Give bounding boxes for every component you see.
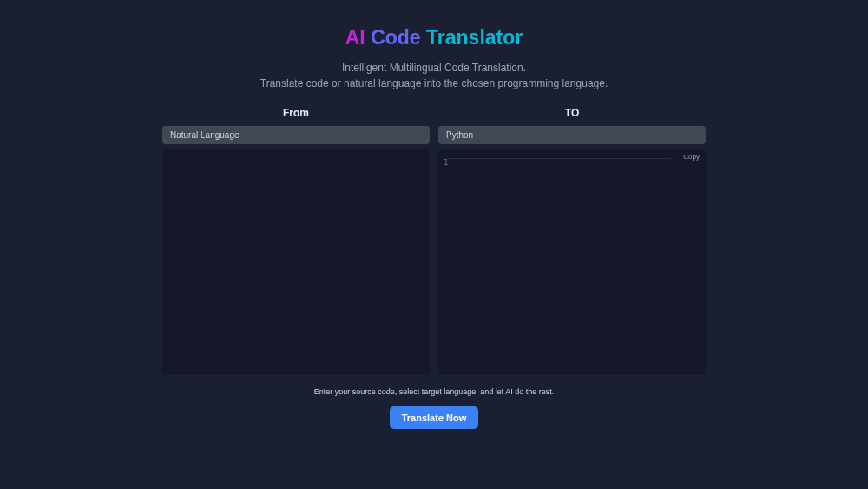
to-editor: Copy 1 xyxy=(438,149,706,375)
from-language-selector[interactable]: Natural Language xyxy=(162,126,430,144)
translate-button[interactable]: Translate Now xyxy=(390,406,479,429)
line-number: 1 xyxy=(444,158,448,167)
from-panel: From Natural Language xyxy=(162,107,430,375)
to-panel: TO Python Copy 1 xyxy=(438,107,706,375)
copy-button[interactable]: Copy xyxy=(683,153,700,161)
footer-hint: Enter your source code, select target la… xyxy=(314,387,555,396)
translation-panels: From Natural Language TO Python Copy 1 xyxy=(162,107,706,375)
from-header: From xyxy=(162,107,430,119)
title-word-code: Code xyxy=(371,26,421,49)
title-word-ai: AI xyxy=(345,26,365,49)
editor-divider xyxy=(447,158,671,159)
from-input[interactable] xyxy=(162,149,430,375)
to-header: TO xyxy=(438,107,706,119)
subtitle: Intelligent Multilingual Code Translatio… xyxy=(260,60,608,91)
title-word-translator: Translator xyxy=(426,26,523,49)
from-editor xyxy=(162,149,430,375)
subtitle-line-2: Translate code or natural language into … xyxy=(260,76,608,91)
page-title: AI Code Translator xyxy=(345,26,523,50)
to-language-selector[interactable]: Python xyxy=(438,126,706,144)
subtitle-line-1: Intelligent Multilingual Code Translatio… xyxy=(260,60,608,76)
